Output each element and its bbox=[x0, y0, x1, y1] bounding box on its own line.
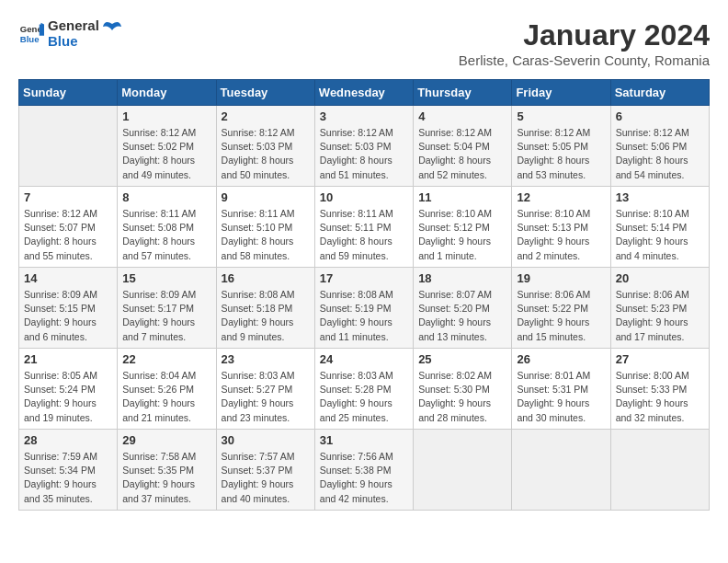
day-number: 17 bbox=[320, 271, 408, 285]
day-info: Sunrise: 8:03 AM Sunset: 5:27 PM Dayligh… bbox=[222, 369, 310, 425]
calendar-cell: 4Sunrise: 8:12 AM Sunset: 5:04 PM Daylig… bbox=[414, 106, 512, 187]
day-info: Sunrise: 8:12 AM Sunset: 5:05 PM Dayligh… bbox=[517, 126, 605, 182]
calendar-cell bbox=[610, 430, 709, 511]
calendar-cell: 7Sunrise: 8:12 AM Sunset: 5:07 PM Daylig… bbox=[19, 187, 118, 268]
week-row-5: 28Sunrise: 7:59 AM Sunset: 5:34 PM Dayli… bbox=[19, 430, 710, 511]
day-info: Sunrise: 8:11 AM Sunset: 5:10 PM Dayligh… bbox=[222, 207, 310, 263]
day-header-sunday: Sunday bbox=[19, 80, 118, 106]
calendar-cell: 10Sunrise: 8:11 AM Sunset: 5:11 PM Dayli… bbox=[314, 187, 413, 268]
calendar-cell: 11Sunrise: 8:10 AM Sunset: 5:12 PM Dayli… bbox=[414, 187, 512, 268]
calendar-cell: 26Sunrise: 8:01 AM Sunset: 5:31 PM Dayli… bbox=[512, 349, 610, 430]
calendar-cell: 31Sunrise: 7:56 AM Sunset: 5:38 PM Dayli… bbox=[314, 430, 413, 511]
day-info: Sunrise: 8:08 AM Sunset: 5:18 PM Dayligh… bbox=[222, 288, 310, 344]
svg-marker-2 bbox=[40, 24, 44, 35]
day-info: Sunrise: 7:58 AM Sunset: 5:35 PM Dayligh… bbox=[122, 450, 210, 506]
calendar-cell: 14Sunrise: 8:09 AM Sunset: 5:15 PM Dayli… bbox=[19, 268, 118, 349]
day-number: 14 bbox=[24, 271, 112, 285]
day-number: 19 bbox=[517, 271, 605, 285]
day-number: 29 bbox=[122, 433, 210, 447]
logo-blue: Blue bbox=[48, 34, 99, 50]
title-area: January 2024 Berliste, Caras-Severin Cou… bbox=[459, 18, 710, 68]
day-header-monday: Monday bbox=[118, 80, 216, 106]
day-number: 26 bbox=[517, 352, 605, 366]
month-title: January 2024 bbox=[459, 18, 710, 52]
week-row-2: 7Sunrise: 8:12 AM Sunset: 5:07 PM Daylig… bbox=[19, 187, 710, 268]
week-row-4: 21Sunrise: 8:05 AM Sunset: 5:24 PM Dayli… bbox=[19, 349, 710, 430]
day-number: 7 bbox=[24, 190, 112, 204]
week-row-3: 14Sunrise: 8:09 AM Sunset: 5:15 PM Dayli… bbox=[19, 268, 710, 349]
day-number: 28 bbox=[24, 433, 112, 447]
day-info: Sunrise: 8:11 AM Sunset: 5:11 PM Dayligh… bbox=[320, 207, 408, 263]
day-info: Sunrise: 7:59 AM Sunset: 5:34 PM Dayligh… bbox=[24, 450, 112, 506]
day-number: 4 bbox=[418, 109, 506, 123]
day-number: 11 bbox=[418, 190, 506, 204]
calendar-cell: 21Sunrise: 8:05 AM Sunset: 5:24 PM Dayli… bbox=[19, 349, 118, 430]
calendar-cell: 1Sunrise: 8:12 AM Sunset: 5:02 PM Daylig… bbox=[118, 106, 216, 187]
calendar-cell: 20Sunrise: 8:06 AM Sunset: 5:23 PM Dayli… bbox=[610, 268, 709, 349]
calendar-cell: 12Sunrise: 8:10 AM Sunset: 5:13 PM Dayli… bbox=[512, 187, 610, 268]
calendar-cell: 28Sunrise: 7:59 AM Sunset: 5:34 PM Dayli… bbox=[19, 430, 118, 511]
day-number: 22 bbox=[122, 352, 210, 366]
calendar-cell: 9Sunrise: 8:11 AM Sunset: 5:10 PM Daylig… bbox=[216, 187, 314, 268]
day-number: 31 bbox=[320, 433, 408, 447]
calendar-cell: 15Sunrise: 8:09 AM Sunset: 5:17 PM Dayli… bbox=[118, 268, 216, 349]
calendar-cell: 2Sunrise: 8:12 AM Sunset: 5:03 PM Daylig… bbox=[216, 106, 314, 187]
calendar-cell bbox=[512, 430, 610, 511]
day-number: 1 bbox=[122, 109, 210, 123]
logo: General Blue General Blue bbox=[18, 18, 121, 49]
day-number: 16 bbox=[222, 271, 310, 285]
calendar-cell: 25Sunrise: 8:02 AM Sunset: 5:30 PM Dayli… bbox=[414, 349, 512, 430]
location-title: Berliste, Caras-Severin County, Romania bbox=[459, 52, 710, 68]
calendar-cell: 23Sunrise: 8:03 AM Sunset: 5:27 PM Dayli… bbox=[216, 349, 314, 430]
calendar-cell: 13Sunrise: 8:10 AM Sunset: 5:14 PM Dayli… bbox=[610, 187, 709, 268]
day-info: Sunrise: 8:12 AM Sunset: 5:02 PM Dayligh… bbox=[122, 126, 210, 182]
day-info: Sunrise: 8:06 AM Sunset: 5:22 PM Dayligh… bbox=[517, 288, 605, 344]
day-info: Sunrise: 8:10 AM Sunset: 5:12 PM Dayligh… bbox=[418, 207, 506, 263]
day-number: 18 bbox=[418, 271, 506, 285]
day-info: Sunrise: 8:00 AM Sunset: 5:33 PM Dayligh… bbox=[616, 369, 704, 425]
day-header-wednesday: Wednesday bbox=[314, 80, 413, 106]
calendar-cell bbox=[19, 106, 118, 187]
day-header-thursday: Thursday bbox=[414, 80, 512, 106]
day-number: 6 bbox=[616, 109, 704, 123]
day-info: Sunrise: 8:05 AM Sunset: 5:24 PM Dayligh… bbox=[24, 369, 112, 425]
calendar-cell bbox=[414, 430, 512, 511]
calendar-cell: 16Sunrise: 8:08 AM Sunset: 5:18 PM Dayli… bbox=[216, 268, 314, 349]
week-row-1: 1Sunrise: 8:12 AM Sunset: 5:02 PM Daylig… bbox=[19, 106, 710, 187]
day-header-tuesday: Tuesday bbox=[216, 80, 314, 106]
day-number: 27 bbox=[616, 352, 704, 366]
day-number: 23 bbox=[222, 352, 310, 366]
calendar-cell: 18Sunrise: 8:07 AM Sunset: 5:20 PM Dayli… bbox=[414, 268, 512, 349]
day-info: Sunrise: 8:11 AM Sunset: 5:08 PM Dayligh… bbox=[122, 207, 210, 263]
day-number: 12 bbox=[517, 190, 605, 204]
day-info: Sunrise: 7:56 AM Sunset: 5:38 PM Dayligh… bbox=[320, 450, 408, 506]
day-header-saturday: Saturday bbox=[610, 80, 709, 106]
day-info: Sunrise: 8:07 AM Sunset: 5:20 PM Dayligh… bbox=[418, 288, 506, 344]
day-info: Sunrise: 8:09 AM Sunset: 5:15 PM Dayligh… bbox=[24, 288, 112, 344]
day-number: 8 bbox=[122, 190, 210, 204]
day-info: Sunrise: 8:12 AM Sunset: 5:03 PM Dayligh… bbox=[320, 126, 408, 182]
day-info: Sunrise: 8:12 AM Sunset: 5:07 PM Dayligh… bbox=[24, 207, 112, 263]
days-header-row: SundayMondayTuesdayWednesdayThursdayFrid… bbox=[19, 80, 710, 106]
day-info: Sunrise: 8:01 AM Sunset: 5:31 PM Dayligh… bbox=[517, 369, 605, 425]
logo-bird-icon bbox=[103, 19, 121, 49]
day-number: 30 bbox=[222, 433, 310, 447]
day-number: 21 bbox=[24, 352, 112, 366]
calendar-cell: 8Sunrise: 8:11 AM Sunset: 5:08 PM Daylig… bbox=[118, 187, 216, 268]
day-info: Sunrise: 8:09 AM Sunset: 5:17 PM Dayligh… bbox=[122, 288, 210, 344]
day-number: 2 bbox=[222, 109, 310, 123]
day-number: 24 bbox=[320, 352, 408, 366]
day-info: Sunrise: 8:10 AM Sunset: 5:13 PM Dayligh… bbox=[517, 207, 605, 263]
calendar-table: SundayMondayTuesdayWednesdayThursdayFrid… bbox=[18, 79, 710, 511]
day-number: 10 bbox=[320, 190, 408, 204]
day-info: Sunrise: 7:57 AM Sunset: 5:37 PM Dayligh… bbox=[222, 450, 310, 506]
calendar-cell: 22Sunrise: 8:04 AM Sunset: 5:26 PM Dayli… bbox=[118, 349, 216, 430]
day-number: 5 bbox=[517, 109, 605, 123]
day-number: 3 bbox=[320, 109, 408, 123]
day-info: Sunrise: 8:04 AM Sunset: 5:26 PM Dayligh… bbox=[122, 369, 210, 425]
calendar-cell: 5Sunrise: 8:12 AM Sunset: 5:05 PM Daylig… bbox=[512, 106, 610, 187]
calendar-cell: 6Sunrise: 8:12 AM Sunset: 5:06 PM Daylig… bbox=[610, 106, 709, 187]
day-info: Sunrise: 8:10 AM Sunset: 5:14 PM Dayligh… bbox=[616, 207, 704, 263]
logo-general: General bbox=[48, 18, 99, 34]
day-info: Sunrise: 8:02 AM Sunset: 5:30 PM Dayligh… bbox=[418, 369, 506, 425]
